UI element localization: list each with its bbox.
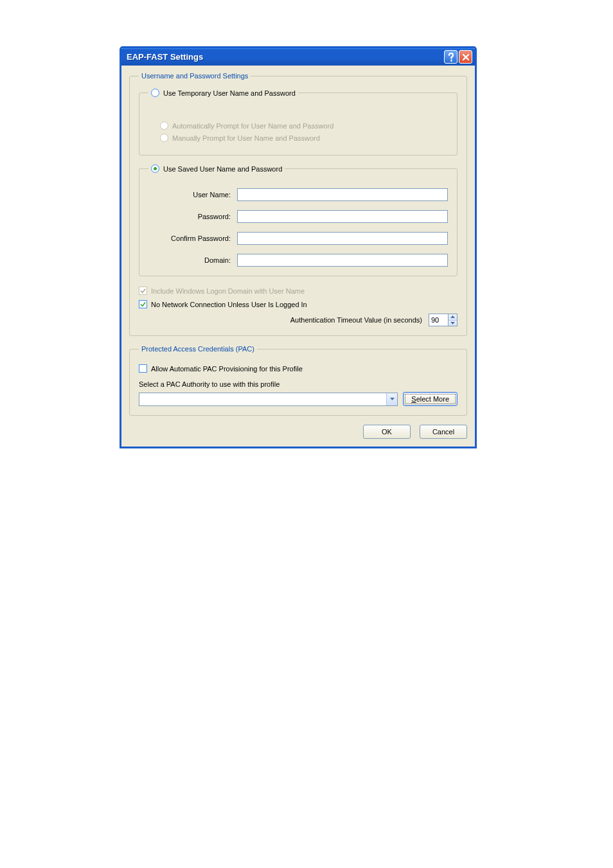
timeout-label: Authentication Timeout Value (in seconds… — [290, 316, 422, 324]
chevron-down-icon — [390, 398, 395, 400]
cancel-button[interactable]: Cancel — [420, 425, 467, 439]
checkbox-icon — [139, 364, 147, 373]
no-network-label: No Network Connection Unless User Is Log… — [151, 301, 307, 308]
radio-icon — [151, 89, 159, 97]
manual-prompt-label: Manually Prompt for User Name and Passwo… — [172, 134, 320, 142]
group-legend: Username and Password Settings — [139, 72, 251, 80]
close-button[interactable] — [459, 50, 472, 64]
use-temporary-label: Use Temporary User Name and Password — [163, 89, 296, 97]
combo-value — [139, 393, 386, 405]
help-icon — [447, 53, 455, 62]
manual-prompt-radio: Manually Prompt for User Name and Passwo… — [160, 134, 448, 142]
use-saved-radio[interactable]: Use Saved User Name and Password — [151, 164, 282, 173]
checkbox-icon — [139, 287, 147, 295]
timeout-spinner[interactable] — [429, 314, 458, 326]
close-icon — [462, 53, 470, 61]
use-temporary-radio[interactable]: Use Temporary User Name and Password — [151, 89, 296, 97]
select-more-button[interactable]: Select More — [403, 392, 458, 406]
radio-icon — [151, 164, 159, 173]
password-input[interactable] — [237, 210, 448, 223]
use-saved-label: Use Saved User Name and Password — [163, 165, 282, 173]
pac-legend: Protected Access Credentials (PAC) — [139, 345, 257, 353]
include-domain-label: Include Windows Logon Domain with User N… — [151, 287, 305, 295]
domain-label: Domain: — [148, 256, 237, 264]
ok-button[interactable]: OK — [363, 425, 411, 439]
temporary-credentials-group: Use Temporary User Name and Password Aut… — [139, 89, 458, 155]
saved-credentials-group: Use Saved User Name and Password User Na… — [139, 164, 458, 276]
allow-pac-checkbox[interactable]: Allow Automatic PAC Provisioning for thi… — [139, 364, 458, 373]
spinner-down-button[interactable] — [449, 320, 457, 326]
username-password-settings-group: Username and Password Settings Use Tempo… — [129, 72, 467, 336]
domain-input[interactable] — [237, 254, 448, 267]
no-network-checkbox[interactable]: No Network Connection Unless User Is Log… — [139, 300, 458, 308]
spinner-up-button[interactable] — [449, 314, 457, 320]
radio-icon — [160, 134, 168, 142]
username-label: User Name: — [148, 191, 237, 199]
confirm-password-label: Confirm Password: — [148, 235, 237, 242]
titlebar[interactable]: EAP-FAST Settings — [121, 48, 475, 66]
pac-select-label: Select a PAC Authority to use with this … — [139, 380, 458, 388]
allow-pac-label: Allow Automatic PAC Provisioning for thi… — [151, 365, 303, 373]
checkbox-icon — [139, 300, 147, 308]
auto-prompt-radio: Automatically Prompt for User Name and P… — [160, 121, 448, 130]
include-domain-checkbox: Include Windows Logon Domain with User N… — [139, 287, 458, 295]
timeout-input[interactable] — [429, 314, 448, 326]
pac-authority-combo[interactable] — [139, 393, 398, 406]
password-label: Password: — [148, 213, 237, 220]
auto-prompt-label: Automatically Prompt for User Name and P… — [172, 122, 333, 130]
confirm-password-input[interactable] — [237, 232, 448, 245]
combo-dropdown-button[interactable] — [386, 393, 397, 405]
eap-fast-settings-window: EAP-FAST Settings Username and Password … — [120, 46, 477, 448]
radio-icon — [160, 121, 168, 130]
chevron-up-icon — [450, 315, 455, 318]
username-input[interactable] — [237, 188, 448, 201]
pac-group: Protected Access Credentials (PAC) Allow… — [129, 345, 467, 416]
help-button[interactable] — [444, 50, 458, 64]
window-title: EAP-FAST Settings — [127, 52, 203, 62]
chevron-down-icon — [450, 322, 455, 324]
